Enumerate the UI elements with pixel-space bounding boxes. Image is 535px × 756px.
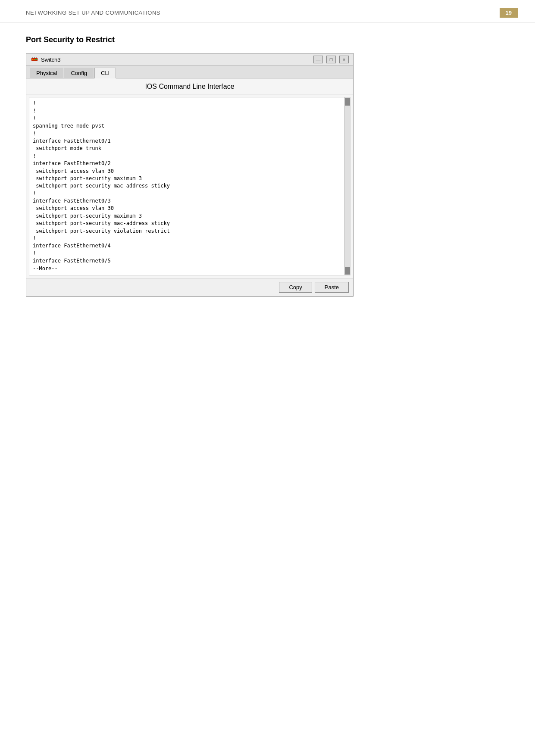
page-header-title: NETWORKING SET UP AND COMMUNICATIONS [26,9,160,16]
switch-window: Switch3 — □ × Physical Config CLI IOS Co… [26,53,354,297]
window-footer: Copy Paste [26,278,353,296]
window-controls: — □ × [313,56,349,63]
cli-outer: ! ! ! spanning-tree mode pvst ! interfac… [26,97,353,275]
tab-config[interactable]: Config [64,68,94,78]
window-tabs: Physical Config CLI [26,66,353,78]
section-title: Port Security to Restrict [26,35,509,44]
cli-text: ! ! ! spanning-tree mode pvst ! interfac… [33,100,347,272]
tab-cli[interactable]: CLI [94,68,116,78]
svg-point-4 [36,59,37,60]
cli-area[interactable]: ! ! ! spanning-tree mode pvst ! interfac… [29,97,350,275]
maximize-button[interactable]: □ [326,56,336,63]
content-area: Port Security to Restrict [0,22,535,314]
minimize-button[interactable]: — [313,56,323,63]
window-titlebar: Switch3 — □ × [26,53,353,66]
copy-button[interactable]: Copy [279,282,312,293]
svg-point-3 [35,59,36,60]
tab-physical[interactable]: Physical [30,68,63,78]
svg-point-1 [32,59,33,60]
paste-button[interactable]: Paste [315,282,349,293]
page-number-badge: 19 [500,8,518,18]
scrollbar-thumb-bottom[interactable] [345,267,350,275]
window-title-left: Switch3 [31,56,61,63]
switch-icon [31,56,38,63]
page-header: NETWORKING SET UP AND COMMUNICATIONS 19 [0,0,535,22]
scrollbar-track[interactable] [344,97,350,275]
scrollbar-thumb-top[interactable] [345,98,350,106]
close-button[interactable]: × [339,56,349,63]
window-title-text: Switch3 [41,56,61,63]
content-header: IOS Command Line Interface [26,78,353,94]
svg-point-2 [34,59,34,60]
